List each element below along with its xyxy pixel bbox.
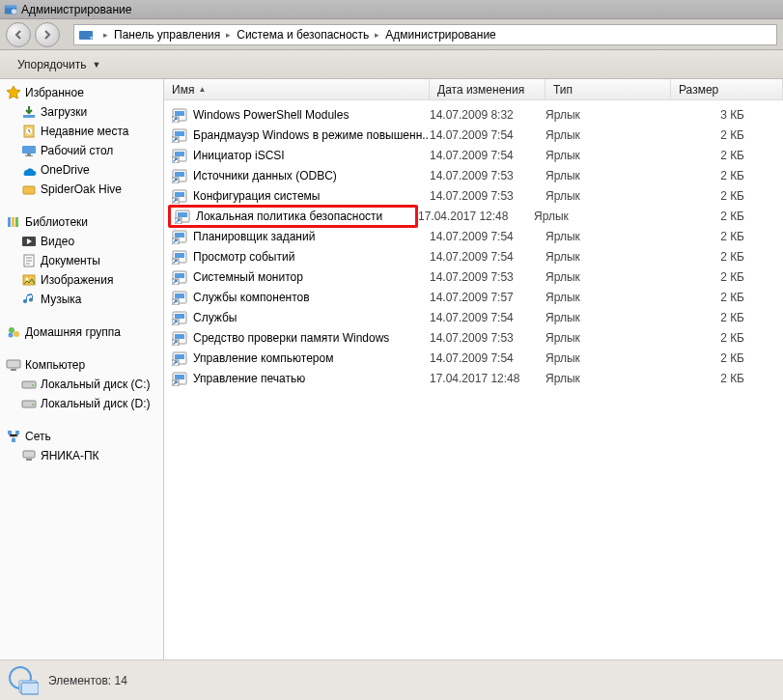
file-row[interactable]: Конфигурация системы 14.07.2009 7:53 Ярл… (164, 185, 783, 206)
svg-rect-42 (175, 172, 184, 177)
breadcrumb-item[interactable]: Панель управления (114, 28, 220, 42)
file-row[interactable]: Средство проверки памяти Windows 14.07.2… (164, 327, 783, 348)
svg-rect-57 (175, 273, 184, 278)
drive-icon (21, 396, 37, 411)
sidebar-item[interactable]: Рабочий стол (0, 141, 163, 160)
chevron-right-icon: ▸ (103, 30, 108, 40)
sidebar-item[interactable]: SpiderOak Hive (0, 180, 163, 199)
file-row[interactable]: Источники данных (ODBC) 14.07.2009 7:53 … (164, 165, 783, 185)
statusbar: Элементов: 14 (0, 659, 783, 700)
svg-rect-30 (23, 451, 35, 458)
svg-rect-51 (175, 233, 184, 238)
breadcrumb-label: Администрирование (385, 28, 495, 42)
back-button[interactable] (6, 22, 31, 47)
svg-rect-63 (175, 314, 184, 319)
breadcrumb-item[interactable]: Администрирование (385, 28, 495, 42)
sidebar-item[interactable]: ЯНИКА-ПК (0, 446, 163, 465)
file-row[interactable]: Системный монитор 14.07.2009 7:53 Ярлык … (164, 266, 783, 287)
column-size[interactable]: Размер (671, 79, 783, 99)
svg-rect-7 (22, 146, 36, 154)
file-row[interactable]: Управление печатью 17.04.2017 12:48 Ярлы… (164, 368, 783, 388)
drive-icon (21, 377, 37, 392)
folder-stack-icon (8, 665, 39, 696)
file-row[interactable]: Windows PowerShell Modules 14.07.2009 8:… (164, 104, 783, 125)
sidebar-item[interactable]: Недавние места (0, 122, 163, 141)
file-row[interactable]: Локальная политика безопасности 17.04.20… (164, 206, 783, 226)
file-type: Ярлык (545, 128, 671, 142)
file-date: 14.07.2009 7:54 (430, 250, 545, 264)
file-name: Средство проверки памяти Windows (193, 331, 389, 345)
sidebar-item[interactable]: Видео (0, 232, 163, 251)
svg-rect-48 (178, 212, 187, 217)
sidebar-item[interactable]: Изображения (0, 270, 163, 290)
svg-rect-8 (27, 154, 31, 155)
file-type: Ярлык (545, 189, 671, 203)
file-row[interactable]: Просмотр событий 14.07.2009 7:54 Ярлык 2… (164, 246, 783, 266)
svg-rect-9 (25, 155, 33, 156)
svg-rect-21 (7, 360, 20, 368)
file-type: Ярлык (545, 169, 671, 182)
sidebar-group-header[interactable]: Библиотеки (0, 212, 163, 232)
file-name: Источники данных (ODBC) (193, 169, 337, 182)
column-type[interactable]: Тип (545, 79, 671, 99)
file-name-cell: Службы компонентов (172, 290, 430, 305)
file-row[interactable]: Службы 14.07.2009 7:54 Ярлык 2 КБ (164, 307, 783, 327)
sidebar-group-label: Избранное (25, 86, 84, 99)
svg-rect-13 (15, 217, 18, 227)
file-name: Локальная политика безопасности (196, 210, 382, 223)
file-pane: Имя ▲ Дата изменения Тип Размер Windows … (164, 79, 783, 659)
file-row[interactable]: Управление компьютером 14.07.2009 7:54 Я… (164, 348, 783, 368)
sidebar-item[interactable]: Загрузки (0, 102, 163, 122)
toolbar: Упорядочить ▼ (0, 50, 783, 79)
file-size: 2 КБ (671, 331, 783, 345)
recent-icon (21, 124, 37, 139)
file-date: 14.07.2009 7:53 (430, 270, 545, 284)
file-name: Windows PowerShell Modules (193, 108, 349, 122)
shortcut-icon (172, 249, 187, 265)
file-row[interactable]: Инициатор iSCSI 14.07.2009 7:54 Ярлык 2 … (164, 145, 783, 165)
file-type: Ярлык (545, 291, 671, 304)
sidebar-item[interactable]: Локальный диск (C:) (0, 375, 163, 394)
svg-rect-29 (12, 438, 15, 442)
chevron-down-icon: ▼ (92, 60, 100, 70)
sidebar-item-label: Рабочий стол (41, 144, 113, 157)
file-size: 2 КБ (671, 351, 783, 365)
column-label: Имя (172, 83, 194, 97)
file-type: Ярлык (545, 230, 671, 243)
svg-point-26 (32, 404, 34, 406)
sidebar-item[interactable]: Музыка (0, 290, 163, 309)
file-row[interactable]: Брандмауэр Windows в режиме повышенн... … (164, 125, 783, 145)
sidebar-item-label: Документы (41, 254, 100, 267)
file-name-cell: Средство проверки памяти Windows (172, 330, 430, 346)
sidebar-group-header[interactable]: Домашняя группа (0, 322, 163, 342)
music-icon (21, 292, 37, 307)
file-name-cell: Управление печатью (172, 371, 430, 386)
sidebar-item[interactable]: OneDrive (0, 160, 163, 180)
breadcrumb-item[interactable]: Система и безопасность (237, 28, 369, 42)
sidebar-group-header[interactable]: Избранное (0, 83, 163, 102)
sidebar-item-label: Видео (41, 235, 74, 248)
file-size: 2 КБ (659, 210, 783, 223)
shortcut-icon (172, 148, 187, 163)
shortcut-icon (172, 168, 187, 183)
file-date: 14.07.2009 7:57 (430, 291, 545, 304)
sidebar-item[interactable]: Локальный диск (D:) (0, 394, 163, 413)
file-size: 2 КБ (671, 270, 783, 284)
sidebar-group-header[interactable]: Сеть (0, 427, 163, 446)
organize-menu[interactable]: Упорядочить ▼ (8, 54, 110, 75)
address-bar[interactable]: ▸ Панель управления ▸ Система и безопасн… (73, 24, 777, 45)
file-name: Просмотр событий (193, 250, 294, 264)
column-name[interactable]: Имя ▲ (164, 79, 430, 99)
sidebar-group-header[interactable]: Компьютер (0, 355, 163, 375)
file-size: 2 КБ (671, 149, 783, 162)
file-row[interactable]: Планировщик заданий 14.07.2009 7:54 Ярлы… (164, 226, 783, 246)
svg-rect-54 (175, 253, 184, 258)
forward-button[interactable] (35, 22, 60, 47)
shortcut-icon (172, 350, 187, 366)
column-date[interactable]: Дата изменения (430, 79, 545, 99)
svg-point-18 (9, 327, 14, 333)
file-row[interactable]: Службы компонентов 14.07.2009 7:57 Ярлык… (164, 287, 783, 307)
sidebar-item[interactable]: Документы (0, 251, 163, 270)
shortcut-icon (172, 290, 187, 305)
file-type: Ярлык (545, 331, 671, 345)
